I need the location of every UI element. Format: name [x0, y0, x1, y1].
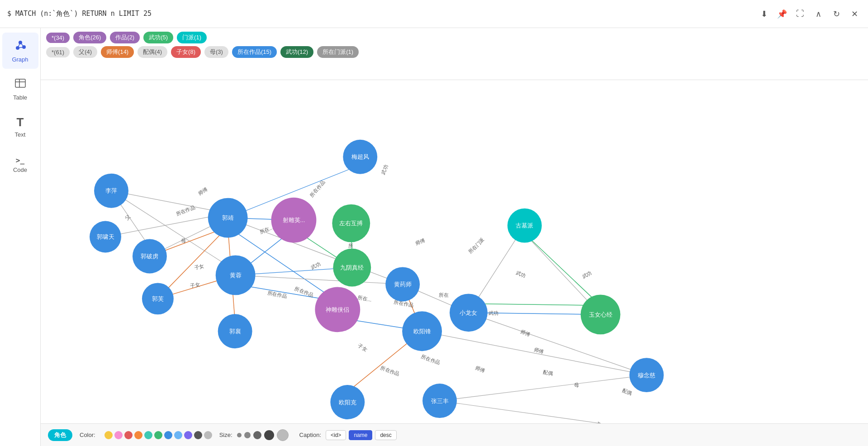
filter-badge-all[interactable]: *(34) — [46, 33, 70, 43]
pin-icon[interactable]: 📌 — [776, 8, 788, 20]
color-dot-lightblue[interactable] — [174, 431, 182, 439]
color-dot-teal[interactable] — [144, 431, 152, 439]
filter-edge-wugong2[interactable]: 武功(12) — [280, 46, 313, 58]
filter-badge-wugong[interactable]: 武功(5) — [143, 32, 173, 43]
node-ouyangfeng[interactable] — [402, 311, 442, 351]
node-guopolu[interactable] — [133, 239, 167, 274]
filter-badge-role[interactable]: 角色(26) — [73, 32, 106, 43]
color-dot-light[interactable] — [204, 431, 212, 439]
sidebar-label-graph: Graph — [12, 56, 28, 63]
edge-label: 父 — [124, 214, 131, 221]
svg-line-28 — [440, 401, 601, 423]
node-type-label: 角色 — [48, 429, 72, 441]
sidebar-item-table[interactable]: Table — [2, 71, 38, 107]
node-jiuyin[interactable] — [333, 249, 371, 287]
main-graph-area[interactable]: 师傅 所在作品 母 子女 子女 所在... 所在作品 所在作品 所 所在作品 所… — [41, 80, 868, 423]
filter-badge-sect[interactable]: 门派(1) — [177, 32, 207, 43]
caption-id-button[interactable]: <id> — [326, 430, 346, 440]
filter-edge-teacher[interactable]: 师傅(14) — [101, 46, 134, 58]
topbar: $ MATCH (n:`角色`) RETURN n LIMIT 25 ⬇ 📌 ⛶… — [0, 0, 868, 28]
size-dot-lg[interactable] — [264, 430, 274, 440]
filter-edge-insect[interactable]: 所在门派(1) — [317, 46, 359, 58]
color-dot-red[interactable] — [124, 431, 133, 439]
node-yunv[interactable] — [581, 294, 621, 334]
filter-edge-inwork[interactable]: 所在作品(15) — [232, 46, 277, 58]
svg-line-38 — [469, 304, 601, 305]
sidebar: Graph Table T Text >_ Code — [0, 28, 41, 446]
filter-edge-child[interactable]: 子女(8) — [171, 46, 201, 58]
color-dot-green[interactable] — [154, 431, 162, 439]
query-text: $ MATCH (n:`角色`) RETURN n LIMIT 25 — [7, 9, 758, 18]
node-ouyangke[interactable] — [330, 385, 365, 419]
filterbar: *(34) 角色(26) 作品(2) 武功(5) 门派(1) *(61) 父(4… — [41, 28, 868, 80]
graph-icon — [14, 39, 27, 54]
edge-label: 配偶 — [621, 388, 633, 396]
edge-label: 所 — [348, 243, 353, 248]
color-dot-purple[interactable] — [184, 431, 192, 439]
node-zhangsanfeng[interactable] — [422, 384, 457, 418]
filter-badge-work[interactable]: 作品(2) — [110, 32, 140, 43]
edge-label: 武功 — [489, 310, 498, 316]
caption-name-button[interactable]: name — [349, 430, 372, 440]
svg-line-37 — [525, 234, 601, 306]
edge-label: 所在... — [357, 295, 372, 303]
filter-row-edges: *(61) 父(4) 师傅(14) 配偶(4) 子女(8) 母(3) 所在作品(… — [46, 46, 863, 58]
node-xiaolongnv[interactable] — [450, 294, 488, 332]
size-section: Size: — [219, 429, 289, 441]
refresh-icon[interactable]: ↻ — [830, 8, 843, 20]
close-icon[interactable]: ✕ — [848, 8, 861, 20]
svg-line-4 — [20, 43, 24, 47]
bottombar: 角色 Color: Size: Caption: <id> name desc — [41, 423, 868, 446]
graph-svg[interactable]: 师傅 所在作品 母 子女 子女 所在... 所在作品 所在作品 所 所在作品 所… — [41, 80, 868, 423]
text-icon: T — [17, 115, 24, 129]
node-huangyaoshi[interactable] — [385, 267, 420, 301]
edge-label: 所在作品 — [380, 365, 400, 377]
filter-edge-all[interactable]: *(61) — [46, 47, 70, 57]
svg-line-21 — [236, 275, 403, 284]
svg-line-27 — [440, 375, 646, 401]
node-huangrong[interactable] — [216, 255, 256, 295]
edge-label: 所在作品 — [175, 204, 195, 216]
download-icon[interactable]: ⬇ — [758, 8, 770, 20]
node-guoxiaotian[interactable] — [90, 221, 121, 253]
color-dot-dark[interactable] — [194, 431, 202, 439]
size-dot-xl[interactable] — [277, 429, 289, 441]
color-dot-blue[interactable] — [164, 431, 172, 439]
edge-label: 所在 — [439, 292, 449, 298]
node-shendiao[interactable] — [315, 287, 360, 332]
sidebar-item-code[interactable]: >_ Code — [2, 147, 38, 183]
size-dot-xs[interactable] — [237, 433, 242, 437]
sidebar-label-text: Text — [15, 131, 26, 138]
color-label: Color: — [80, 432, 95, 438]
filter-edge-spouse[interactable]: 配偶(4) — [138, 46, 167, 58]
color-dot-yellow[interactable] — [104, 431, 113, 439]
color-dot-pink[interactable] — [114, 431, 123, 439]
node-guoxiang[interactable] — [218, 314, 252, 348]
caption-section: Caption: <id> name desc — [299, 430, 397, 440]
edge-label: 母 — [574, 382, 579, 388]
color-dot-orange[interactable] — [134, 431, 142, 439]
node-meichaofeng[interactable] — [343, 140, 377, 174]
edge-label: 母 — [180, 237, 186, 244]
filter-edge-mother[interactable]: 母(3) — [204, 46, 228, 58]
node-guojing[interactable] — [208, 198, 248, 238]
caption-desc-button[interactable]: desc — [375, 430, 396, 440]
sidebar-item-graph[interactable]: Graph — [2, 33, 38, 69]
node-zuoyou[interactable] — [332, 204, 370, 242]
edge-label: 子女 — [357, 343, 368, 352]
filter-edge-father[interactable]: 父(4) — [73, 46, 97, 58]
sidebar-item-text[interactable]: T Text — [2, 109, 38, 145]
node-munianci[interactable] — [629, 358, 664, 392]
edge-label: 武功 — [581, 270, 593, 280]
node-guofu[interactable] — [142, 283, 174, 314]
node-shediao[interactable] — [271, 198, 317, 243]
chevron-up-icon[interactable]: ∧ — [812, 8, 825, 20]
node-liping[interactable] — [94, 174, 128, 208]
size-dot-sm[interactable] — [244, 432, 251, 438]
edge-label: 武功 — [380, 164, 389, 176]
size-label: Size: — [219, 432, 232, 438]
size-dot-md[interactable] — [253, 431, 261, 439]
svg-line-26 — [469, 313, 646, 375]
node-gumupai[interactable] — [508, 209, 542, 243]
expand-icon[interactable]: ⛶ — [794, 8, 806, 20]
